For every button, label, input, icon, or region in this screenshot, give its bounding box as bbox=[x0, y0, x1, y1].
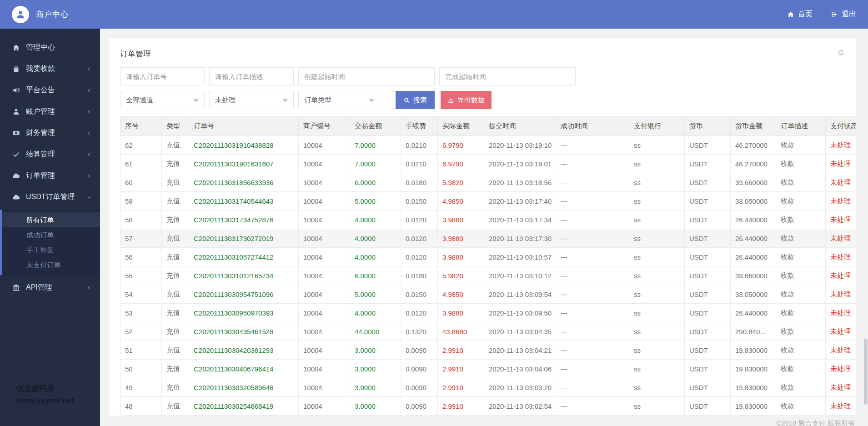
cell-货币金额: 33.050000 bbox=[731, 192, 776, 210]
cell-交易金额: 44.0000 bbox=[350, 322, 401, 341]
order-number-cell: C20201113031856633936 bbox=[189, 173, 299, 192]
sidebar-item-label: 结算管理 bbox=[26, 150, 86, 159]
cell-交易金额: 7.0000 bbox=[350, 136, 401, 155]
cell-交易金额: 4.0000 bbox=[350, 304, 401, 322]
cell-实际金额: 3.9880 bbox=[438, 248, 484, 266]
order-number-link[interactable]: C20201113031730272019 bbox=[194, 235, 273, 242]
sidebar-item-我要收款[interactable]: 我要收款 bbox=[0, 58, 100, 80]
cell-实际金额: 3.9880 bbox=[438, 304, 484, 322]
cell-实际金额: 3.9880 bbox=[438, 210, 484, 229]
cell-类型: 充值 bbox=[162, 285, 189, 304]
cell-实际金额: 2.9910 bbox=[438, 397, 484, 416]
cell-货币: USDT bbox=[685, 341, 731, 360]
cell-实际金额: 4.9850 bbox=[438, 192, 484, 210]
order-number-link[interactable]: C20201113031740544643 bbox=[194, 197, 273, 205]
money-icon bbox=[12, 129, 20, 137]
order-number-cell: C20201113031901631607 bbox=[189, 155, 299, 173]
sidebar-item-label: 订单管理 bbox=[26, 171, 86, 180]
cell-支付银行: ss bbox=[629, 341, 685, 360]
order-type-select[interactable]: 订单类型 bbox=[298, 91, 380, 109]
cell-实际金额: 2.9910 bbox=[438, 360, 484, 378]
order-number-link[interactable]: C20201113031057274412 bbox=[194, 253, 273, 261]
cell-手续费: 0.0090 bbox=[401, 341, 438, 360]
sidebar-item-账户管理[interactable]: 账户管理 bbox=[0, 101, 100, 122]
order-number-link[interactable]: C20201113030420381293 bbox=[194, 346, 273, 354]
cell-订单描述: 收款 bbox=[776, 397, 826, 416]
sidebar-item-管理中心[interactable]: 管理中心 bbox=[0, 37, 100, 58]
sidebar-item-API管理[interactable]: API管理 bbox=[0, 277, 100, 298]
cell-订单描述: 收款 bbox=[776, 136, 826, 155]
cell-提交时间: 2020-11-13 03:09:50 bbox=[484, 304, 556, 322]
cell-交易金额: 4.0000 bbox=[350, 229, 401, 248]
refresh-icon[interactable] bbox=[837, 49, 845, 56]
chevron-left-icon bbox=[86, 173, 92, 179]
cell-实际金额: 6.9790 bbox=[438, 155, 484, 173]
cell-序号: 60 bbox=[120, 173, 162, 192]
order-number-link[interactable]: C20201113031910438828 bbox=[194, 141, 273, 149]
scrollbar-thumb[interactable] bbox=[864, 339, 868, 405]
sidebar-item-USDT订单管理[interactable]: USDT订单管理 bbox=[0, 186, 100, 208]
chevron-left-icon bbox=[86, 130, 92, 136]
cell-类型: 充值 bbox=[162, 173, 189, 192]
cell-货币: USDT bbox=[685, 173, 731, 192]
cell-货币金额: 19.830000 bbox=[731, 397, 776, 416]
order-number-link[interactable]: C20201113031856633936 bbox=[194, 179, 273, 186]
cell-订单描述: 收款 bbox=[776, 155, 826, 173]
cell-货币: USDT bbox=[685, 155, 731, 173]
order-number-link[interactable]: C20201113030435461528 bbox=[194, 328, 273, 336]
nav-home[interactable]: 首页 bbox=[787, 10, 813, 19]
cell-成功时间: --- bbox=[556, 229, 629, 248]
cell-货币金额: 19.830000 bbox=[731, 341, 776, 360]
cell-订单描述: 收款 bbox=[776, 248, 826, 266]
cell-商户编号: 10004 bbox=[299, 192, 350, 210]
cell-商户编号: 10004 bbox=[299, 248, 350, 266]
cell-支付状态: 未处理 bbox=[826, 285, 856, 304]
search-button[interactable]: 搜索 bbox=[396, 91, 435, 109]
megaphone-icon bbox=[12, 86, 20, 94]
export-button[interactable]: 导出数据 bbox=[441, 91, 492, 109]
order-number-link[interactable]: C20201113030254668419 bbox=[194, 402, 273, 410]
order-number-link[interactable]: C20201113031734752876 bbox=[194, 216, 273, 224]
cell-序号: 54 bbox=[120, 285, 162, 304]
home-icon bbox=[12, 44, 20, 51]
order-number-link[interactable]: C20201113030320589648 bbox=[194, 384, 273, 391]
cell-序号: 59 bbox=[120, 192, 162, 210]
order-no-input[interactable] bbox=[120, 67, 205, 85]
column-header-成功时间: 成功时间 bbox=[556, 117, 629, 136]
sidebar-subitem-所有订单[interactable]: 所有订单 bbox=[2, 212, 100, 227]
cell-类型: 充值 bbox=[162, 341, 189, 360]
cell-提交时间: 2020-11-13 03:17:40 bbox=[484, 192, 556, 210]
cell-货币: USDT bbox=[685, 304, 731, 322]
sidebar-item-财务管理[interactable]: 财务管理 bbox=[0, 122, 100, 144]
channel-select[interactable]: 全部通道 bbox=[120, 91, 205, 109]
sidebar-subitem-手工补发[interactable]: 手工补发 bbox=[2, 242, 100, 257]
nav-logout[interactable]: 退出 bbox=[831, 10, 856, 19]
sidebar-subitem-未支付订单[interactable]: 未支付订单 bbox=[2, 257, 100, 272]
cell-支付银行: ss bbox=[629, 360, 685, 378]
cell-成功时间: --- bbox=[556, 173, 629, 192]
status-select[interactable]: 未处理 bbox=[209, 91, 294, 109]
sidebar-item-结算管理[interactable]: 结算管理 bbox=[0, 144, 100, 165]
column-header-商户编号: 商户编号 bbox=[299, 117, 350, 136]
cell-支付状态: 未处理 bbox=[826, 136, 856, 155]
sidebar-subitem-成功订单[interactable]: 成功订单 bbox=[2, 227, 100, 242]
order-number-link[interactable]: C20201113030950970393 bbox=[194, 309, 273, 317]
chevron-left-icon bbox=[86, 285, 92, 291]
cell-成功时间: --- bbox=[556, 322, 629, 341]
cell-手续费: 0.0150 bbox=[401, 285, 438, 304]
table-row: 57充值C20201113031730272019100044.00000.01… bbox=[120, 229, 856, 248]
sidebar-item-订单管理[interactable]: 订单管理 bbox=[0, 165, 100, 186]
cell-提交时间: 2020-11-13 03:19:01 bbox=[484, 155, 556, 173]
cell-货币金额: 26.440000 bbox=[731, 210, 776, 229]
cell-支付状态: 未处理 bbox=[826, 229, 856, 248]
order-desc-input[interactable] bbox=[209, 67, 294, 85]
cell-支付状态: 未处理 bbox=[826, 173, 856, 192]
order-number-link[interactable]: C20201113030406796414 bbox=[194, 365, 273, 373]
finish-time-input[interactable] bbox=[439, 67, 576, 85]
order-number-link[interactable]: C20201113030954751096 bbox=[194, 291, 273, 298]
order-number-link[interactable]: C20201113031901631607 bbox=[194, 160, 273, 168]
cell-提交时间: 2020-11-13 03:18:56 bbox=[484, 173, 556, 192]
order-number-link[interactable]: C20201113031012165734 bbox=[194, 272, 273, 280]
sidebar-item-平台公告[interactable]: 平台公告 bbox=[0, 80, 100, 101]
create-time-input[interactable] bbox=[298, 67, 435, 85]
